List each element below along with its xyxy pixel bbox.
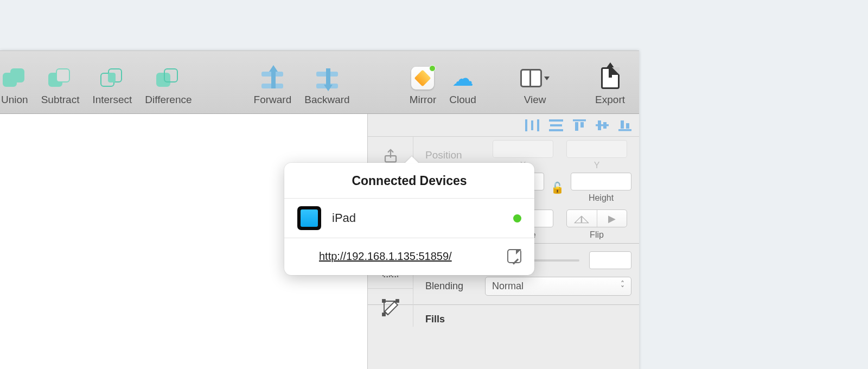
blending-value: Normal [492,281,524,292]
svg-rect-1 [531,120,533,130]
view-panel-icon [520,69,542,87]
subtract-icon [48,68,72,88]
svg-rect-7 [575,122,578,131]
svg-rect-29 [382,300,385,302]
tool-difference[interactable]: Difference [138,51,198,113]
height-caption: Height [589,193,614,203]
tool-export-label: Export [595,94,625,106]
svg-rect-6 [573,119,586,122]
tool-export[interactable]: Export [589,51,631,113]
cloud-upload-icon: ☁ [452,67,474,89]
intersect-icon [100,68,124,88]
align-top-icon[interactable] [573,119,586,131]
chevron-down-icon [544,77,550,80]
svg-rect-8 [580,122,584,128]
flip-horizontal-button[interactable]: ◿◺ [567,210,597,227]
distribute-horizontal-icon[interactable] [525,119,539,131]
tool-backward-label: Backward [304,94,349,106]
svg-rect-13 [621,120,624,129]
tool-union[interactable]: Union [0,51,35,113]
tool-subtract[interactable]: Subtract [35,51,86,113]
tool-intersect-label: Intersect [92,94,132,106]
svg-rect-0 [525,119,527,131]
tool-difference-label: Difference [145,94,192,106]
position-x-input[interactable] [493,140,553,158]
mirror-popover: Connected Devices iPad http://192.168.1.… [284,163,534,275]
ipad-icon [297,206,321,230]
mirror-connected-dot [429,65,436,72]
tool-backward[interactable]: Backward [298,51,356,113]
tool-intersect[interactable]: Intersect [86,51,138,113]
tool-union-label: Union [1,94,28,106]
mode-vector-edit[interactable] [368,289,413,327]
mirror-url-link[interactable]: http://192.168.1.135:51859/ [319,250,452,263]
distribute-vertical-icon[interactable] [549,119,563,131]
bring-forward-icon [260,67,285,89]
flip-buttons: ◿◺ ▶ [566,209,627,227]
export-icon [601,67,620,89]
tool-mirror[interactable]: Mirror [403,51,443,113]
svg-rect-11 [603,122,607,129]
app-window: Union Subtract Intersect Difference Forw… [0,50,639,369]
svg-rect-3 [549,119,563,122]
mirror-icon [411,67,434,90]
open-external-icon[interactable] [507,249,521,263]
svg-rect-31 [382,313,385,316]
svg-rect-10 [598,120,601,130]
tool-view[interactable]: View [514,51,556,113]
position-y-caption: Y [594,161,600,170]
align-bottom-icon[interactable] [618,119,631,131]
tool-mirror-label: Mirror [410,94,437,106]
select-chevron-icon: ˄˅ [621,282,624,291]
send-backward-icon [315,67,340,89]
device-name: iPad [332,211,356,225]
svg-rect-30 [396,300,399,302]
position-label: Position [425,149,493,161]
svg-rect-9 [596,124,609,126]
alignment-toolbar [368,114,639,137]
device-status-dot [513,214,521,222]
popover-title: Connected Devices [284,163,534,199]
svg-rect-12 [618,129,631,131]
union-icon [3,68,27,88]
opacity-input[interactable] [589,251,631,269]
lock-aspect-icon[interactable]: 🔓 [544,181,571,194]
tool-view-label: View [524,94,546,106]
tool-cloud[interactable]: ☁ Cloud [443,51,483,113]
flip-vertical-button[interactable]: ▶ [597,210,627,227]
difference-icon [156,68,180,88]
toolbar: Union Subtract Intersect Difference Forw… [0,50,639,114]
tool-subtract-label: Subtract [41,94,80,106]
tool-forward[interactable]: Forward [247,51,298,113]
svg-rect-4 [550,124,562,126]
blending-label: Blending [425,281,485,292]
tool-forward-label: Forward [254,94,292,106]
align-middle-v-icon[interactable] [596,119,609,131]
device-row[interactable]: iPad [284,199,534,238]
svg-rect-2 [537,119,539,131]
svg-rect-5 [549,129,563,131]
svg-rect-14 [626,123,629,129]
position-y-input[interactable] [566,140,627,158]
flip-caption: Flip [590,230,604,240]
height-input[interactable] [571,173,631,190]
blending-select[interactable]: Normal ˄˅ [485,277,631,296]
tool-cloud-label: Cloud [449,94,476,106]
